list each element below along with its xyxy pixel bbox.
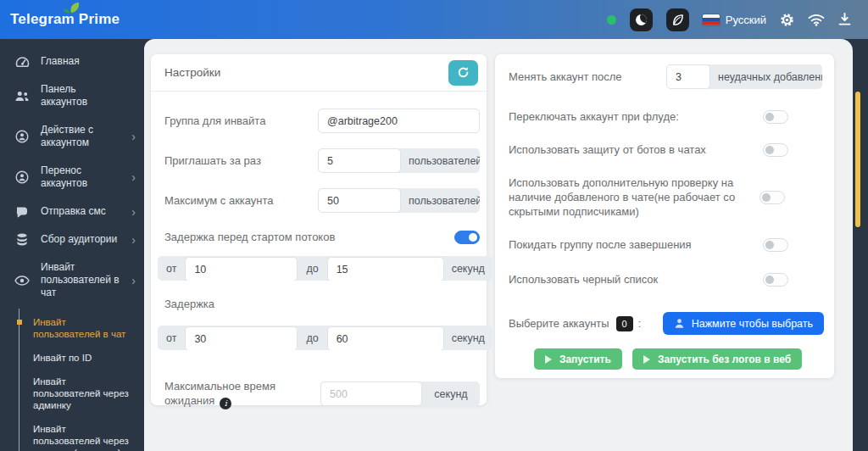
range-from-label: от: [158, 326, 185, 350]
person-circle-icon: [14, 130, 30, 143]
download-icon: [838, 13, 851, 26]
chevron-right-icon: ›: [131, 131, 136, 142]
delay-before-start-toggle[interactable]: [454, 231, 480, 244]
submenu-item-invite-via-admin-contacts[interactable]: Инвайт пользователей через админку (конт…: [19, 417, 138, 451]
submenu-item-invite-users-chat[interactable]: Инвайт пользователей в чат: [19, 310, 138, 346]
delay-to-input[interactable]: [327, 326, 444, 350]
sidebar-item-account-actions[interactable]: Действие с аккаунтом ›: [0, 116, 144, 157]
start-delay-to-input[interactable]: [327, 257, 444, 281]
moon-icon: [636, 14, 647, 25]
russian-flag-icon: [703, 14, 720, 25]
delay-before-start-label: Задержка перед стартом потоков: [164, 230, 454, 244]
sidebar-item-send-sms[interactable]: Отправка смс ›: [0, 198, 144, 226]
sidebar-item-collect-audience[interactable]: Сбор аудитории ›: [0, 226, 144, 253]
info-icon[interactable]: i: [220, 398, 231, 409]
range-from-label: от: [158, 256, 185, 281]
sidebar-item-label: Отправка смс: [41, 205, 106, 218]
leaf-icon: [671, 14, 684, 26]
start-delay-from-input[interactable]: [185, 257, 298, 281]
max-per-account-group: пользователей: [318, 188, 480, 213]
main-content: Настройки Группа для инвайта Приглашать …: [144, 39, 853, 451]
invite-per-time-suffix: пользователей: [401, 148, 480, 173]
settings-title: Настройки: [164, 66, 220, 79]
settings-card-header: Настройки: [151, 54, 487, 92]
invite-per-time-group: пользователей: [318, 148, 480, 173]
submenu-item-label: Инвайт пользователей в чат: [33, 317, 125, 339]
sidebar-item-accounts-panel[interactable]: Панель аккаунтов: [0, 75, 144, 116]
delay-range-group: от до секунд: [158, 326, 492, 350]
download-button[interactable]: [838, 13, 851, 26]
run-button[interactable]: Запустить: [534, 348, 622, 370]
invite-group-row: Группа для инвайта: [151, 109, 487, 133]
refresh-icon: [457, 66, 470, 79]
sidebar-item-label: Сбор аудитории: [41, 233, 117, 246]
wifi-icon: [808, 14, 825, 26]
options-card: Менять аккаунт после неудачных добавлени…: [495, 54, 834, 378]
play-icon: [545, 355, 552, 364]
toggle-row-leave-group: Покидать группу после завершения: [495, 237, 834, 252]
blacklist-toggle[interactable]: [763, 273, 788, 287]
dark-mode-button[interactable]: [630, 8, 653, 31]
submenu-item-invite-by-id[interactable]: Инвайт по ID: [19, 346, 138, 370]
delay-range-row: от до секунд: [151, 326, 487, 350]
delay-before-start-row: Задержка перед стартом потоков: [151, 230, 487, 244]
run-buttons-row: Запустить Запустить без логов в веб: [495, 348, 834, 370]
sidebar-item-label: Действие с аккаунтом: [41, 124, 120, 149]
person-icon: [674, 318, 685, 329]
settings-gear-button[interactable]: [780, 13, 794, 27]
top-header: Telegram Prime Русский: [0, 0, 868, 39]
colon: :: [638, 316, 642, 331]
leave-group-toggle[interactable]: [763, 238, 788, 252]
extra-check-toggle[interactable]: [760, 191, 785, 204]
max-per-account-row: Максимум с аккаунта пользователей: [151, 188, 487, 213]
language-label: Русский: [726, 14, 766, 26]
change-account-input[interactable]: [666, 64, 710, 89]
invite-group-input[interactable]: [318, 109, 480, 133]
delay-from-input[interactable]: [185, 326, 298, 350]
settings-card: Настройки Группа для инвайта Приглашать …: [151, 54, 487, 405]
start-delay-range-row: от до секунд: [151, 256, 487, 281]
submenu-item-label: Инвайт по ID: [33, 353, 92, 363]
select-accounts-label: Выберите аккаунты: [509, 316, 609, 331]
refresh-button[interactable]: [448, 60, 478, 86]
flood-switch-toggle[interactable]: [763, 110, 788, 124]
accounts-count-badge: 0: [616, 316, 633, 331]
start-delay-suffix: секунд: [444, 256, 492, 281]
max-per-account-label: Максимум с аккаунта: [164, 193, 318, 208]
logo-leaf-icon: [63, 2, 81, 17]
select-accounts-button[interactable]: Нажмите чтобы выбрать: [663, 312, 824, 335]
invite-per-time-row: Приглашать за раз пользователей: [151, 148, 487, 173]
run-no-logs-button-label: Запустить без логов в веб: [658, 354, 791, 365]
delay-label-row: Задержка: [151, 297, 487, 311]
chevron-right-icon: ›: [131, 207, 136, 217]
range-to-label: до: [298, 256, 326, 281]
max-per-account-input[interactable]: [318, 188, 401, 213]
connection-wifi-button[interactable]: [808, 14, 825, 26]
sidebar-item-transfer-accounts[interactable]: Перенос аккаунтов ›: [0, 157, 144, 198]
bot-protection-toggle[interactable]: [763, 143, 788, 157]
max-wait-input[interactable]: [320, 381, 422, 406]
toggle-label: Переключать аккаунт при флуде:: [509, 109, 763, 124]
toggle-label: Использовать защиту от ботов в чатах: [509, 142, 763, 157]
change-account-row: Менять аккаунт после неудачных добавлени…: [495, 64, 834, 89]
change-account-label: Менять аккаунт после: [509, 70, 666, 84]
sidebar-item-invite-users[interactable]: Инвайт пользователей в чат ›: [0, 253, 144, 307]
theme-leaf-button[interactable]: [666, 8, 689, 31]
submenu-item-invite-via-admin[interactable]: Инвайт пользователей через админку: [19, 370, 138, 417]
select-accounts-row: Выберите аккаунты 0 : Нажмите чтобы выбр…: [495, 312, 834, 335]
sidebar-item-home[interactable]: Главная: [0, 47, 144, 75]
toggle-row-flood: Переключать аккаунт при флуде:: [495, 109, 834, 124]
chevron-right-icon: ›: [131, 235, 136, 245]
database-icon: [14, 233, 30, 246]
run-button-label: Запустить: [559, 354, 611, 365]
language-selector[interactable]: Русский: [703, 14, 766, 26]
change-account-group: неудачных добавлений: [666, 64, 822, 89]
delay-suffix: секунд: [444, 326, 492, 350]
toggle-label: Использовать черный список: [509, 272, 763, 287]
run-no-logs-button[interactable]: Запустить без логов в веб: [632, 348, 802, 370]
invite-per-time-input[interactable]: [318, 148, 401, 173]
toggle-row-bot-protection: Использовать защиту от ботов в чатах: [495, 142, 834, 157]
scrollbar-thumb[interactable]: [855, 92, 860, 227]
play-icon: [643, 355, 650, 364]
select-accounts-button-label: Нажмите чтобы выбрать: [692, 318, 813, 330]
